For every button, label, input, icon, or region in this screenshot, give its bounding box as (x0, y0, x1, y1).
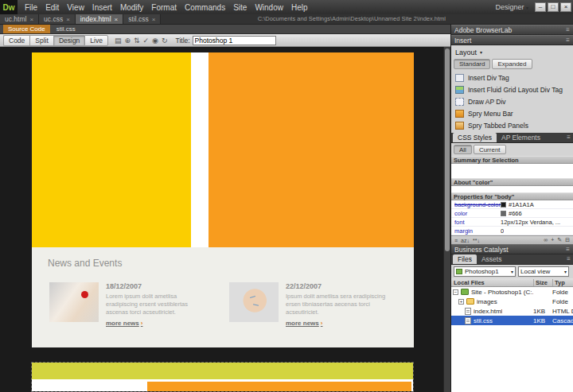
css-current-button[interactable]: Current (474, 145, 506, 154)
multiscreen-preview-icon[interactable]: ▤ (115, 37, 122, 45)
split-view-button[interactable]: Split (29, 35, 53, 46)
header-gap-block[interactable] (191, 52, 209, 247)
footer-orange-bar[interactable] (147, 382, 411, 391)
business-catalyst-panel-header[interactable]: Business Catalyst ≡ (451, 244, 573, 254)
news-section[interactable]: News and Events 18/12/2007 Lorem ipsum d… (32, 247, 414, 347)
code-view-button[interactable]: Code (3, 35, 29, 46)
design-view-button[interactable]: Design (53, 35, 84, 46)
css-all-button[interactable]: All (454, 145, 472, 154)
panel-menu-icon[interactable]: ≡ (566, 246, 570, 253)
insert-panel-header[interactable]: Insert ≡ (451, 35, 573, 45)
footer-green-bar[interactable] (32, 363, 413, 379)
selected-footer-element[interactable] (31, 362, 414, 392)
set-properties-icon[interactable]: **↓ (473, 238, 480, 243)
tab-files[interactable]: Files (453, 254, 477, 264)
collapse-icon[interactable]: − (453, 289, 458, 295)
menu-file[interactable]: File (21, 3, 41, 12)
maximize-button[interactable]: □ (548, 2, 559, 12)
color-swatch[interactable] (501, 211, 506, 216)
panel-menu-icon[interactable]: ≡ (567, 255, 571, 262)
menu-modify[interactable]: Modify (116, 3, 147, 12)
menu-view[interactable]: View (63, 3, 88, 12)
column-local-files[interactable]: Local Files (451, 279, 533, 286)
view-select[interactable]: Local view ▾ (518, 266, 569, 277)
new-rule-icon[interactable]: + (551, 237, 554, 243)
standard-mode-button[interactable]: Standard (454, 59, 490, 69)
property-row[interactable]: color #666 (451, 209, 573, 218)
tab-uc-css[interactable]: uc.css × (39, 14, 76, 24)
file-management-icon[interactable]: ⇅ (134, 37, 140, 45)
news-text[interactable]: Ipsum dolit ametlisa sera eradipiscing e… (286, 293, 388, 316)
preview-in-browser-icon[interactable]: ⊕ (124, 37, 131, 45)
delete-rule-icon[interactable]: ⊟ (565, 237, 570, 243)
property-row[interactable]: font 12px/12px Verdana, ... (451, 218, 573, 227)
live-view-button[interactable]: Live (84, 35, 108, 46)
menu-edit[interactable]: Edit (41, 3, 63, 12)
expanded-mode-button[interactable]: Expanded (492, 59, 532, 69)
news-photo-spa[interactable] (49, 282, 99, 322)
menu-help[interactable]: Help (287, 3, 312, 12)
summary-section-header[interactable]: Summary for Selection (451, 156, 573, 164)
tab-index-html[interactable]: index.html × (76, 14, 123, 24)
source-code-button[interactable]: Source Code (3, 25, 50, 33)
title-input[interactable] (193, 36, 276, 45)
insert-category-dropdown[interactable]: Layout ▾ (454, 47, 571, 57)
menu-site[interactable]: Site (229, 3, 251, 12)
insert-fluid-grid-item[interactable]: Insert Fluid Grid Layout Div Tag (454, 83, 571, 95)
tab-stil-css[interactable]: stil.css × (123, 14, 161, 24)
draw-ap-div-item[interactable]: Draw AP Div (454, 95, 571, 107)
panel-menu-icon[interactable]: ≡ (566, 26, 570, 33)
category-view-icon[interactable]: ≡ (454, 238, 458, 243)
news-date[interactable]: 22/12/2007 (286, 282, 405, 290)
design-canvas[interactable]: News and Events 18/12/2007 Lorem ipsum d… (0, 47, 450, 392)
color-swatch[interactable] (501, 202, 506, 208)
header-orange-block[interactable] (209, 52, 414, 247)
tab-css-styles[interactable]: CSS Styles (453, 133, 497, 142)
file-row-site-root[interactable]: − Site - Photoshop1 (C:... Folde (451, 287, 573, 297)
minimize-button[interactable]: – (535, 2, 546, 12)
tab-ap-elements[interactable]: AP Elements (497, 133, 545, 142)
related-file-stil-css[interactable]: stil.css (57, 25, 76, 33)
property-row[interactable]: margin 0 (451, 227, 573, 235)
file-row-index-html[interactable]: index.html 1KB HTML D (451, 306, 573, 316)
property-row[interactable]: background-color #1A1A1A (451, 200, 573, 209)
column-size[interactable]: Size (533, 279, 552, 286)
tab-uc-html[interactable]: uc.html × (0, 14, 39, 24)
news-date[interactable]: 18/12/2007 (106, 282, 225, 290)
insert-div-tag-item[interactable]: Insert Div Tag (454, 72, 571, 83)
refresh-icon[interactable]: ↻ (162, 37, 168, 45)
menu-commands[interactable]: Commands (181, 3, 229, 12)
menu-format[interactable]: Format (147, 3, 181, 12)
close-icon[interactable]: × (115, 16, 119, 23)
site-select[interactable]: Photoshop1 ▾ (454, 266, 516, 277)
attach-stylesheet-icon[interactable]: ∞ (544, 237, 548, 243)
news-item[interactable]: 22/12/2007 Ipsum dolit ametlisa sera era… (229, 282, 409, 327)
more-news-link[interactable]: more news› (286, 320, 405, 327)
edit-rule-icon[interactable]: ✎ (557, 237, 562, 243)
spry-menu-bar-item[interactable]: Spry Menu Bar (454, 107, 571, 119)
w3c-validation-icon[interactable]: ✓ (143, 37, 150, 45)
design-view-scrollbar[interactable] (443, 47, 450, 392)
about-section-header[interactable]: About "color" (451, 178, 573, 186)
browserlab-panel-header[interactable]: Adobe BrowserLab ≡ (451, 25, 573, 35)
close-icon[interactable]: × (66, 16, 70, 23)
list-view-icon[interactable]: az↓ (461, 238, 470, 243)
visual-aids-icon[interactable]: ◉ (152, 37, 158, 45)
properties-section-header[interactable]: Properties for "body" (451, 192, 573, 200)
news-text[interactable]: Lorem ipsum dolit ametlisa eradipiscing … (106, 293, 208, 316)
news-photo-face[interactable] (229, 282, 279, 322)
close-button[interactable]: × (560, 2, 571, 12)
column-type[interactable]: Typ (552, 279, 573, 286)
expand-icon[interactable]: + (458, 299, 464, 305)
more-news-link[interactable]: more news› (106, 320, 225, 327)
file-row-stil-css[interactable]: stil.css 1KB Cascad (451, 316, 573, 325)
panel-menu-icon[interactable]: ≡ (567, 134, 571, 141)
panel-menu-icon[interactable]: ≡ (566, 37, 570, 44)
scrollbar-thumb[interactable] (445, 49, 450, 251)
file-row-images[interactable]: + images Folde (451, 297, 573, 306)
close-icon[interactable]: × (152, 16, 156, 23)
close-icon[interactable]: × (29, 16, 33, 23)
news-item[interactable]: 18/12/2007 Lorem ipsum dolit ametlisa er… (49, 282, 229, 327)
footer-white-strip[interactable] (32, 379, 413, 391)
header-yellow-block[interactable] (32, 52, 191, 247)
